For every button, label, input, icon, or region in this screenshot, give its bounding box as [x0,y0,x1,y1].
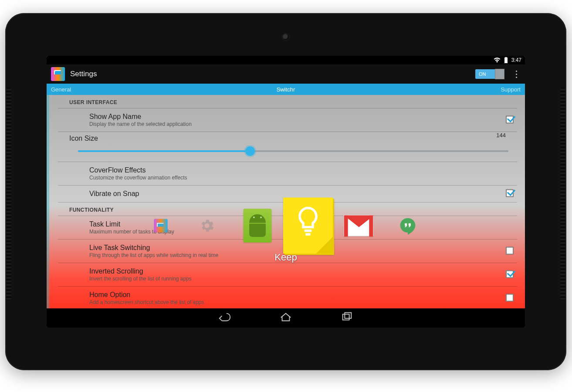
front-camera [283,34,289,40]
setting-inverted-scrolling[interactable]: Inverted Scrolling Invert the scrolling … [58,263,517,287]
tab-general[interactable]: General [51,86,71,93]
battery-icon [504,57,508,63]
slider-thumb[interactable] [245,146,255,156]
setting-subtitle: Customize the coverflow animation effect… [89,175,517,181]
icon-size-value: 144 [496,132,506,139]
settings-list[interactable]: USER INTERFACE Show App Name Display the… [47,95,525,308]
section-functionality: FUNCTIONALITY [58,203,517,216]
svg-rect-0 [343,314,349,320]
master-switch[interactable]: ON [475,69,504,79]
action-bar: Settings ON [47,64,525,84]
setting-icon-size[interactable]: Icon Size 144 [58,132,517,162]
switch-knob[interactable] [495,69,504,79]
setting-subtitle: Fling through the list of apps while swi… [89,252,517,258]
tab-switchr[interactable]: Switchr [47,86,525,93]
section-user-interface: USER INTERFACE [58,95,517,108]
setting-title: Inverted Scrolling [89,267,517,275]
wifi-icon [494,57,501,63]
tab-bar: General Switchr Support [47,84,525,95]
checkbox[interactable] [506,189,514,197]
nav-home-icon[interactable] [279,311,292,324]
checkbox[interactable] [506,270,514,278]
tablet-frame: 3:47 Settings ON General Switchr Support… [5,13,566,370]
status-bar: 3:47 [47,56,525,64]
checkbox[interactable] [506,247,514,254]
speaker-right [560,87,565,301]
slider-track[interactable] [78,150,508,152]
screen: 3:47 Settings ON General Switchr Support… [47,56,525,328]
tab-support[interactable]: Support [501,86,521,93]
setting-live-task-switching[interactable]: Live Task Switching Fling through the li… [58,240,517,263]
setting-title: Task Limit [89,220,517,228]
setting-vibrate-on-snap[interactable]: Vibrate on Snap [58,186,517,203]
setting-title: Show App Name [89,113,517,121]
setting-title: Home Option [89,291,517,299]
setting-coverflow-effects[interactable]: CoverFlow Effects Customize the coverflo… [58,162,517,186]
setting-title: CoverFlow Effects [89,166,517,174]
overflow-menu-icon[interactable] [512,69,521,79]
nav-recents-icon[interactable] [340,311,353,324]
setting-title: Live Task Switching [89,244,517,252]
checkbox[interactable] [506,115,514,123]
speaker-left [6,87,11,301]
setting-home-option[interactable]: Home Option Add a homescreen shortcut ab… [58,287,517,308]
setting-subtitle: Display the name of the selected applica… [89,121,517,127]
checkbox[interactable] [506,294,514,301]
svg-rect-1 [345,313,351,318]
nav-back-icon[interactable] [218,311,231,324]
setting-show-app-name[interactable]: Show App Name Display the name of the se… [58,108,517,132]
nav-bar [47,308,525,328]
setting-subtitle: Maximum number of tasks to display [89,229,517,235]
setting-title: Icon Size [69,135,517,142]
clock: 3:47 [511,57,521,63]
setting-subtitle: Invert the scrolling of the list of runn… [89,276,517,282]
setting-title: Vibrate on Snap [89,190,517,198]
setting-task-limit[interactable]: Task Limit Maximum number of tasks to di… [58,216,517,240]
app-icon [49,65,67,83]
actionbar-title: Settings [70,70,97,78]
setting-subtitle: Add a homescreen shortcut above the list… [89,299,517,305]
slider-fill [78,150,250,152]
switch-label: ON [479,71,486,77]
